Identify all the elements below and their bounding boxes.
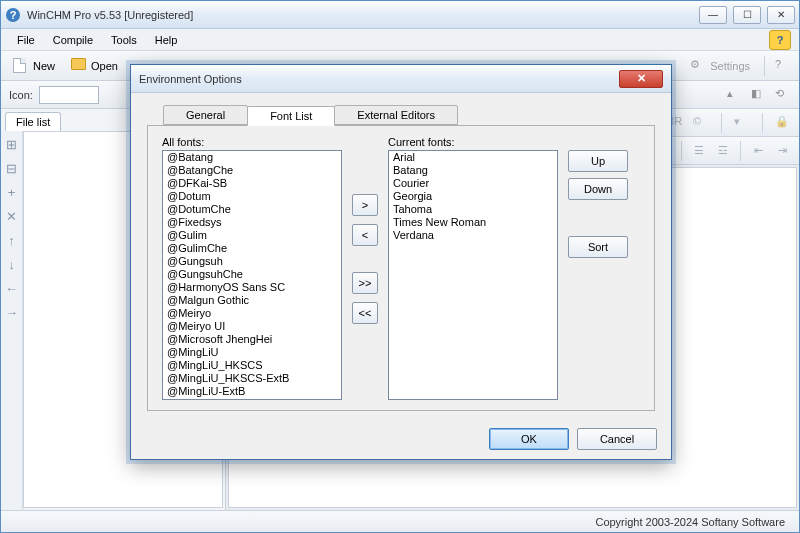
tab-font-list[interactable]: Font List [247,106,335,126]
font-item[interactable]: Verdana [389,229,557,242]
open-button[interactable]: Open [67,56,122,76]
font-item[interactable]: Tahoma [389,203,557,216]
font-item[interactable]: @Batang [163,151,341,164]
up-button[interactable]: Up [568,150,628,172]
move-down-icon[interactable]: ↓ [5,257,19,271]
font-item[interactable]: @DFKai-SB [163,177,341,190]
open-label: Open [91,60,118,72]
current-fonts-label: Current fonts: [388,136,558,148]
folder-icon [71,58,87,74]
add-icon[interactable]: + [5,185,19,199]
sort-button[interactable]: Sort [568,236,628,258]
font-item[interactable]: @MingLiU-ExtB [163,385,341,398]
dropdown-icon[interactable]: ▾ [734,115,750,131]
icon-label: Icon: [9,89,33,101]
font-item[interactable]: @Meiryo [163,307,341,320]
copyright-icon[interactable]: © [693,115,709,131]
add-font-button[interactable]: > [352,194,378,216]
font-item[interactable]: @Meiryo UI [163,320,341,333]
settings-button[interactable]: ⚙ Settings [686,56,754,76]
separator [740,141,741,161]
refresh-icon[interactable]: ⟲ [775,87,791,103]
document-icon [13,58,29,74]
font-item[interactable]: @Dotum [163,190,341,203]
all-fonts-listbox[interactable]: @Batang@BatangChe@DFKai-SB@Dotum@DotumCh… [162,150,342,400]
all-fonts-label: All fonts: [162,136,342,148]
font-item[interactable]: @HarmonyOS Sans SC [163,281,341,294]
font-item[interactable]: Courier [389,177,557,190]
cancel-button[interactable]: Cancel [577,428,657,450]
outdent-format-icon[interactable]: ⇤ [749,142,767,160]
font-item[interactable]: @Fixedsys [163,216,341,229]
settings-label: Settings [710,60,750,72]
help-toolbar-icon[interactable]: ? [775,58,791,74]
separator [764,56,765,76]
font-item[interactable]: @GulimChe [163,242,341,255]
indent-format-icon[interactable]: ⇥ [773,142,791,160]
font-item[interactable]: @Gulim [163,229,341,242]
menu-tools[interactable]: Tools [103,32,145,48]
menubar: File Compile Tools Help ? [1,29,799,51]
tab-file-list[interactable]: File list [5,112,61,131]
font-item[interactable]: Georgia [389,190,557,203]
new-label: New [33,60,55,72]
separator [721,113,722,133]
outdent-icon[interactable]: ← [5,281,19,295]
status-bar: Copyright 2003-2024 Softany Software [1,510,799,532]
side-toolbar: ⊞ ⊟ + ✕ ↑ ↓ ← → [1,131,23,510]
font-item[interactable]: @Gungsuh [163,255,341,268]
font-item[interactable]: Times New Roman [389,216,557,229]
delete-icon[interactable]: ✕ [5,209,19,223]
down-button[interactable]: Down [568,178,628,200]
svg-text:?: ? [10,9,17,21]
font-item[interactable]: @Microsoft JhengHei [163,333,341,346]
separator [681,141,682,161]
font-list-pane: All fonts: @Batang@BatangChe@DFKai-SB@Do… [147,125,655,411]
menu-help[interactable]: Help [147,32,186,48]
list-number-icon[interactable]: ☲ [714,142,732,160]
font-item[interactable]: @DotumChe [163,203,341,216]
lock-icon[interactable]: 🔒 [775,115,791,131]
menu-compile[interactable]: Compile [45,32,101,48]
font-item[interactable]: Arial [389,151,557,164]
help-icon[interactable]: ? [769,30,791,50]
font-item[interactable]: @GungsuhChe [163,268,341,281]
add-all-fonts-button[interactable]: >> [352,272,378,294]
titlebar: ? WinCHM Pro v5.53 [Unregistered] — ☐ ✕ [1,1,799,29]
font-item[interactable]: @MingLiU_HKSCS-ExtB [163,372,341,385]
dialog-title: Environment Options [139,73,619,85]
dialog-footer: OK Cancel [131,419,671,459]
dialog-titlebar: Environment Options ✕ [131,65,671,93]
font-item[interactable]: @MingLiU [163,346,341,359]
font-item[interactable]: Batang [389,164,557,177]
tree-expand-icon[interactable]: ⊞ [5,137,19,151]
dialog-close-button[interactable]: ✕ [619,70,663,88]
font-item[interactable]: @MingLiU_HKSCS [163,359,341,372]
remove-all-fonts-button[interactable]: << [352,302,378,324]
font-item[interactable]: @Malgun Gothic [163,294,341,307]
copyright-text: Copyright 2003-2024 Softany Software [595,516,785,528]
menu-file[interactable]: File [9,32,43,48]
tab-general[interactable]: General [163,105,248,125]
bookmark-icon[interactable]: ▴ [727,87,743,103]
separator [762,113,763,133]
window-title: WinCHM Pro v5.53 [Unregistered] [27,9,699,21]
remove-font-button[interactable]: < [352,224,378,246]
tag-icon[interactable]: ◧ [751,87,767,103]
icon-input[interactable] [39,86,99,104]
new-button[interactable]: New [9,56,59,76]
maximize-button[interactable]: ☐ [733,6,761,24]
tree-collapse-icon[interactable]: ⊟ [5,161,19,175]
dialog-tabs: General Font List External Editors [147,103,655,125]
tab-external-editors[interactable]: External Editors [334,105,458,125]
move-up-icon[interactable]: ↑ [5,233,19,247]
ok-button[interactable]: OK [489,428,569,450]
environment-options-dialog: Environment Options ✕ General Font List … [130,64,672,460]
app-icon: ? [5,7,21,23]
list-bullet-icon[interactable]: ☰ [690,142,708,160]
font-item[interactable]: @BatangChe [163,164,341,177]
close-button[interactable]: ✕ [767,6,795,24]
minimize-button[interactable]: — [699,6,727,24]
indent-icon[interactable]: → [5,305,19,319]
current-fonts-listbox[interactable]: ArialBatangCourierGeorgiaTahomaTimes New… [388,150,558,400]
